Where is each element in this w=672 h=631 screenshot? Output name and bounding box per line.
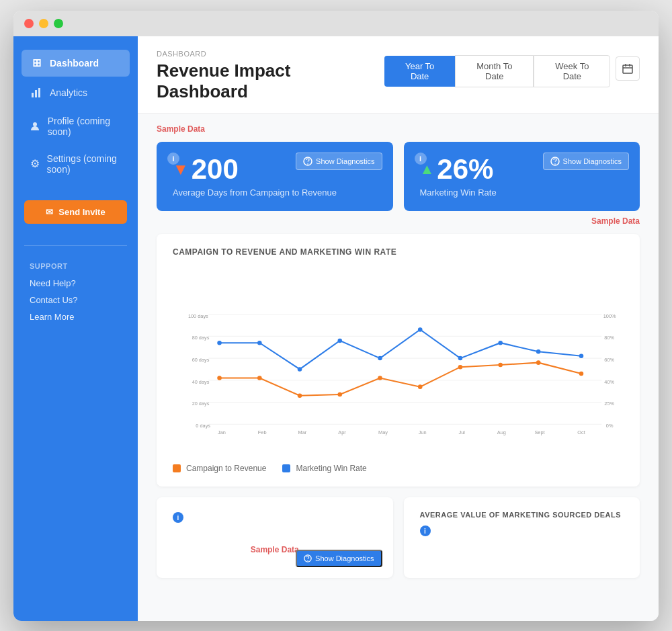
svg-point-52 xyxy=(298,367,302,372)
svg-text:80%: 80% xyxy=(604,335,614,341)
sidebar-item-dashboard[interactable]: ⊞ Dashboard xyxy=(22,50,130,77)
svg-text:20 days: 20 days xyxy=(192,401,210,407)
bottom-left-sample-label: Sample Data xyxy=(251,545,299,554)
page-header: DASHBOARD Revenue Impact Dashboard Year … xyxy=(138,36,659,114)
svg-point-43 xyxy=(337,392,342,396)
sidebar: ⊞ Dashboard Analytics xyxy=(13,36,138,621)
learn-more-link[interactable]: Learn More xyxy=(30,312,122,322)
info-badge-1[interactable]: i xyxy=(167,153,179,165)
svg-point-3 xyxy=(33,122,37,126)
kpi-row: i Show Diagnostics ▼ 200 Average Days fr… xyxy=(157,142,640,211)
svg-text:Jul: Jul xyxy=(459,429,466,435)
show-diagnostics-button-1[interactable]: Show Diagnostics xyxy=(296,153,382,170)
sidebar-item-profile[interactable]: Profile (coming soon) xyxy=(22,109,130,144)
svg-rect-4 xyxy=(623,65,632,73)
gear-icon: ⚙ xyxy=(30,157,40,171)
main-content: DASHBOARD Revenue Impact Dashboard Year … xyxy=(138,36,659,621)
svg-point-40 xyxy=(217,376,222,380)
svg-text:60 days: 60 days xyxy=(192,357,210,363)
show-diagnostics-label-1: Show Diagnostics xyxy=(316,157,374,165)
svg-text:60%: 60% xyxy=(604,357,614,363)
app-container: ⊞ Dashboard Analytics xyxy=(13,36,659,621)
svg-point-41 xyxy=(257,376,262,380)
svg-rect-2 xyxy=(38,88,40,97)
chart-legend: Campaign to Revenue Marketing Win Rate xyxy=(173,464,624,473)
svg-text:40%: 40% xyxy=(604,378,614,384)
minimize-dot[interactable] xyxy=(39,19,48,28)
bottom-card-right: AVERAGE VALUE OF MARKETING SOURCED DEALS… xyxy=(404,497,640,578)
svg-point-61 xyxy=(307,560,308,560)
svg-text:Mar: Mar xyxy=(298,429,307,435)
svg-point-11 xyxy=(554,163,556,165)
sample-data-top-label: Sample Data xyxy=(157,124,640,134)
svg-text:Jun: Jun xyxy=(419,429,427,435)
sidebar-nav: ⊞ Dashboard Analytics xyxy=(13,50,138,181)
maximize-dot[interactable] xyxy=(54,19,63,28)
kpi-label-1: Average Days from Campaign to Revenue xyxy=(173,187,377,198)
svg-point-45 xyxy=(418,384,423,389)
svg-point-59 xyxy=(579,353,584,358)
sidebar-label-profile: Profile (coming soon) xyxy=(48,116,122,137)
svg-point-55 xyxy=(418,327,423,332)
dashboard-icon: ⊞ xyxy=(30,56,43,70)
bottom-card-left: i Sample Data Show Diagnostics xyxy=(157,497,393,578)
breadcrumb: DASHBOARD xyxy=(157,50,384,58)
legend-win-rate: Marketing Win Rate xyxy=(282,464,366,473)
svg-rect-0 xyxy=(32,93,34,97)
page-title: Revenue Impact Dashboard xyxy=(157,60,384,102)
svg-point-54 xyxy=(378,355,382,360)
browser-chrome xyxy=(13,11,659,36)
need-help-link[interactable]: Need Help? xyxy=(30,278,122,288)
date-range-buttons: Year To Date Month To Date Week To Date xyxy=(384,55,610,87)
kpi-value-1: 200 xyxy=(192,155,239,183)
send-invite-section: ✉ Send Invite xyxy=(13,187,138,237)
svg-text:Aug: Aug xyxy=(497,429,506,435)
svg-text:0 days: 0 days xyxy=(196,423,210,429)
chart-container: 0 days 20 days 40 days 60 days 80 days 1… xyxy=(173,267,624,456)
svg-point-47 xyxy=(498,362,503,367)
svg-point-53 xyxy=(337,338,342,343)
sidebar-label-analytics: Analytics xyxy=(50,87,87,98)
kpi-value-2: 26% xyxy=(437,155,493,183)
sidebar-item-settings[interactable]: ⚙ Settings (coming soon) xyxy=(22,146,130,181)
bottom-right-title: AVERAGE VALUE OF MARKETING SOURCED DEALS xyxy=(420,511,624,519)
analytics-icon xyxy=(30,86,43,99)
kpi-card-win-rate: i Show Diagnostics ▲ 26% Marketing Win R… xyxy=(404,142,640,211)
profile-icon xyxy=(30,120,41,133)
svg-point-46 xyxy=(458,364,463,369)
svg-text:May: May xyxy=(378,429,388,435)
svg-point-44 xyxy=(378,376,382,380)
calendar-button[interactable] xyxy=(616,56,640,81)
sample-data-right-label: Sample Data xyxy=(157,216,640,226)
info-badge-2[interactable]: i xyxy=(415,153,427,165)
svg-point-56 xyxy=(458,355,463,360)
legend-campaign: Campaign to Revenue xyxy=(173,464,266,473)
svg-rect-1 xyxy=(35,90,37,97)
show-diagnostics-button-2[interactable]: Show Diagnostics xyxy=(543,153,629,170)
kpi-card-avg-days: i Show Diagnostics ▼ 200 Average Days fr… xyxy=(157,142,393,211)
sidebar-item-analytics[interactable]: Analytics xyxy=(22,79,130,106)
support-heading: SUPPORT xyxy=(30,262,122,270)
month-to-date-button[interactable]: Month To Date xyxy=(455,55,534,87)
contact-us-link[interactable]: Contact Us? xyxy=(30,295,122,305)
week-to-date-button[interactable]: Week To Date xyxy=(534,55,610,87)
svg-text:Apr: Apr xyxy=(338,429,346,435)
close-dot[interactable] xyxy=(24,19,34,28)
svg-point-51 xyxy=(257,340,262,345)
svg-point-48 xyxy=(536,360,541,365)
email-icon: ✉ xyxy=(46,207,53,217)
svg-point-9 xyxy=(307,163,308,165)
show-diagnostics-button-bottom-left[interactable]: Show Diagnostics xyxy=(296,550,382,567)
support-section: SUPPORT Need Help? Contact Us? Learn Mor… xyxy=(13,254,138,337)
svg-text:Feb: Feb xyxy=(258,429,267,435)
svg-text:0%: 0% xyxy=(606,423,614,429)
year-to-date-button[interactable]: Year To Date xyxy=(384,56,455,87)
send-invite-button[interactable]: ✉ Send Invite xyxy=(24,200,127,224)
svg-text:Sept: Sept xyxy=(534,429,544,435)
svg-point-49 xyxy=(579,371,584,376)
sidebar-divider xyxy=(24,245,127,246)
content-area: Sample Data i Show Diagnostics ▼ 200 xyxy=(138,114,659,589)
svg-point-58 xyxy=(536,349,541,353)
svg-point-50 xyxy=(217,340,222,345)
svg-text:80 days: 80 days xyxy=(192,335,210,341)
